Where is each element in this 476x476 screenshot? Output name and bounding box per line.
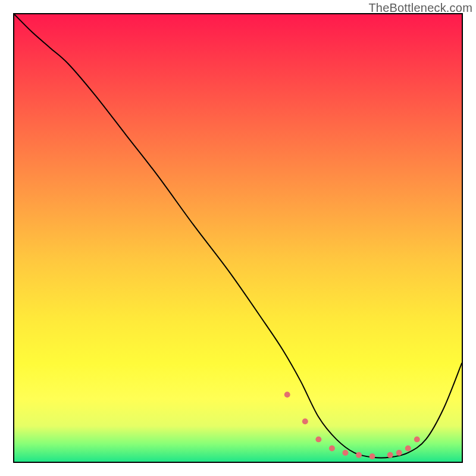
marker-dot bbox=[387, 452, 393, 458]
marker-dot bbox=[302, 418, 308, 424]
marker-dots bbox=[284, 392, 420, 459]
marker-dot bbox=[356, 452, 362, 458]
curve-svg bbox=[14, 14, 462, 462]
marker-dot bbox=[343, 450, 349, 456]
bottleneck-curve bbox=[14, 14, 462, 458]
marker-dot bbox=[315, 436, 321, 442]
chart-container: TheBottleneck.com bbox=[0, 0, 476, 476]
marker-dot bbox=[405, 445, 411, 451]
marker-dot bbox=[329, 445, 335, 451]
plot-area bbox=[13, 13, 463, 463]
marker-dot bbox=[369, 453, 375, 459]
marker-dot bbox=[284, 392, 290, 397]
marker-dot bbox=[396, 450, 402, 456]
marker-dot bbox=[414, 436, 420, 442]
